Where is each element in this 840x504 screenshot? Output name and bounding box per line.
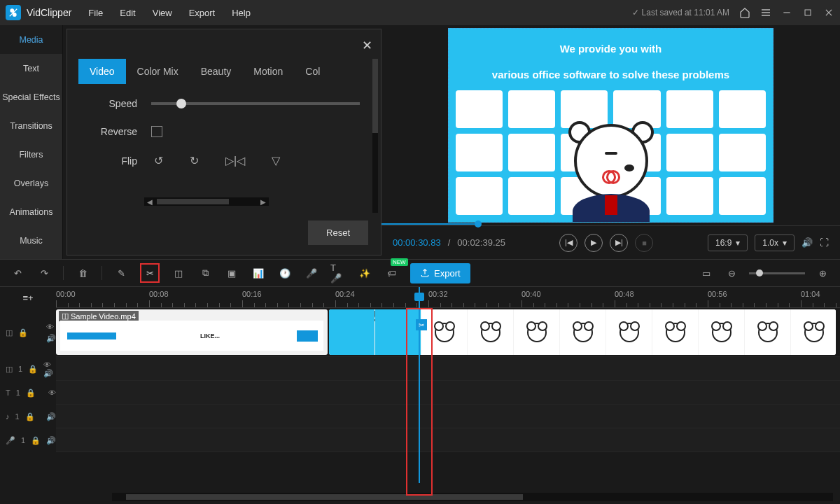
sidebar-item-filters[interactable]: Filters <box>0 140 62 169</box>
undo-icon[interactable]: ↶ <box>10 265 25 281</box>
tts-icon[interactable]: T🎤 <box>330 265 346 281</box>
copy-icon[interactable]: ⧉ <box>197 265 213 281</box>
split-button[interactable]: ✂ <box>140 263 160 283</box>
bear-mascot <box>559 124 664 223</box>
next-frame-button[interactable]: ▶| <box>610 234 628 252</box>
aspect-ratio-select[interactable]: 16:9▾ <box>708 234 748 251</box>
redo-icon[interactable]: ↷ <box>36 265 52 281</box>
menu-edit[interactable]: Edit <box>120 8 135 18</box>
preview-controls: 00:00:30.83 / 00:02:39.25 |◀ ▶ ▶| ■ 16:9… <box>382 225 840 259</box>
speed-label: Speed <box>88 98 151 109</box>
sidebar-item-overlays[interactable]: Overlays <box>0 169 62 197</box>
overlay-track-head[interactable]: ◫ 1 🔒👁 🔊 <box>0 357 56 381</box>
menu-file[interactable]: File <box>88 8 103 18</box>
tab-color-mix[interactable]: Color Mix <box>126 59 190 84</box>
chart-icon[interactable]: 📊 <box>251 265 266 281</box>
delete-icon[interactable]: 🗑 <box>75 265 90 281</box>
sidebar-item-transitions[interactable]: Transitions <box>0 111 62 140</box>
overlay-track[interactable] <box>56 357 840 381</box>
panel-tabs: Video Color Mix Beauty Motion Col <box>78 59 370 84</box>
properties-panel: ✕ Video Color Mix Beauty Motion Col Spee… <box>66 29 382 255</box>
preview-headline-1: We provide you with <box>449 43 773 55</box>
audio-track[interactable] <box>56 405 840 428</box>
svg-rect-0 <box>805 10 811 15</box>
preview-pane: We provide you with various office softw… <box>382 25 840 259</box>
pip-icon[interactable]: ▣ <box>224 265 239 281</box>
sidebar-item-music[interactable]: Music <box>0 226 62 255</box>
panel-horizontal-scrollbar[interactable]: ◀▶ <box>144 197 269 206</box>
preview-progress[interactable] <box>382 223 478 225</box>
lock-icon[interactable]: 🔒 <box>18 328 28 337</box>
video-track-head[interactable]: ◫ 🔒 👁🔊 <box>0 308 56 357</box>
timeline: ≡+ ◫ 🔒 👁🔊 ◫ 1 🔒👁 🔊 T 1 🔒👁 ♪ 1 🔒🔊 🎤 1 🔒🔊 … <box>0 287 840 504</box>
tab-beauty[interactable]: Beauty <box>190 59 243 84</box>
clip-1[interactable]: ◫ Sample Video.mp4 LIKE... <box>56 309 328 355</box>
voice-track[interactable] <box>56 428 840 452</box>
safe-zone-icon[interactable]: ▭ <box>699 265 714 281</box>
sidebar-item-media[interactable]: Media <box>0 25 62 54</box>
flip-vertical-icon[interactable]: ▽ <box>272 154 280 167</box>
split-marker-icon[interactable]: ✂ <box>416 319 427 330</box>
time-total: 00:02:39.25 <box>457 237 505 248</box>
sidebar-item-special-effects[interactable]: Special Effects <box>0 83 62 111</box>
crop-icon[interactable]: ◫ <box>171 265 186 281</box>
play-button[interactable]: ▶ <box>584 234 603 252</box>
maximize-icon[interactable] <box>802 7 813 18</box>
mute-icon[interactable]: 🔊 <box>46 334 56 343</box>
reset-button[interactable]: Reset <box>308 220 368 245</box>
eye-icon[interactable]: 👁 <box>46 323 56 331</box>
zoom-out-icon[interactable]: ⊖ <box>724 265 739 281</box>
reverse-checkbox[interactable] <box>151 126 162 137</box>
last-saved: ✓ Last saved at 11:01 AM <box>632 8 729 18</box>
playback-speed-select[interactable]: 1.0x▾ <box>755 234 794 251</box>
prev-frame-button[interactable]: |◀ <box>559 234 578 252</box>
title-bar: VidClipper File Edit View Export Help ✓ … <box>0 0 840 25</box>
preview-canvas[interactable]: We provide you with various office softw… <box>448 28 774 223</box>
mic-icon[interactable]: 🎤 <box>304 265 319 281</box>
menu-export[interactable]: Export <box>189 8 216 18</box>
time-icon[interactable]: 🕐 <box>277 265 293 281</box>
preview-headline-2: various office software to solve these p… <box>449 69 773 80</box>
voice-track-head[interactable]: 🎤 1 🔒🔊 <box>0 428 56 452</box>
rotate-ccw-icon[interactable]: ↺ <box>154 154 163 167</box>
time-current: 00:00:30.83 <box>393 237 441 248</box>
reverse-label: Reverse <box>88 126 151 137</box>
sidebar-item-animations[interactable]: Animations <box>0 197 62 226</box>
close-icon[interactable] <box>823 7 834 18</box>
fullscreen-icon[interactable]: ⛶ <box>820 237 829 248</box>
edit-icon[interactable]: ✎ <box>113 265 129 281</box>
zoom-in-icon[interactable]: ⊕ <box>815 265 830 281</box>
playhead[interactable] <box>419 287 420 483</box>
add-track-button[interactable]: ≡+ <box>0 287 56 308</box>
hamburger-icon[interactable] <box>760 7 771 18</box>
clip-2[interactable]: ◫ Sample Video.mp4 <box>329 309 836 355</box>
minimize-icon[interactable] <box>781 7 792 18</box>
flip-horizontal-icon[interactable]: ▷|◁ <box>225 154 245 167</box>
audio-track-head[interactable]: ♪ 1 🔒🔊 <box>0 405 56 428</box>
main-menu: File Edit View Export Help <box>88 8 251 18</box>
panel-vertical-scrollbar[interactable] <box>372 59 378 213</box>
menu-view[interactable]: View <box>153 8 172 18</box>
volume-icon[interactable]: 🔊 <box>802 237 813 248</box>
panel-close-icon[interactable]: ✕ <box>362 38 372 53</box>
video-track[interactable]: ◫ Sample Video.mp4 LIKE... ◫ Sample Vide… <box>56 308 840 357</box>
export-button[interactable]: Export <box>410 263 470 284</box>
text-track-head[interactable]: T 1 🔒👁 <box>0 381 56 405</box>
tag-icon[interactable]: 🏷 <box>384 265 399 281</box>
text-track[interactable] <box>56 381 840 405</box>
stop-button[interactable]: ■ <box>635 234 653 252</box>
timeline-toolbar: ↶ ↷ 🗑 ✎ ✂ ◫ ⧉ ▣ 📊 🕐 🎤 T🎤 ✨ 🏷 Export ▭ ⊖ … <box>0 259 840 287</box>
tab-motion[interactable]: Motion <box>242 59 294 84</box>
timeline-ruler[interactable]: 00:0000:0800:1600:2400:3200:4000:4800:56… <box>56 287 840 308</box>
effects-icon[interactable]: ✨ <box>357 265 372 281</box>
sidebar-item-text[interactable]: Text <box>0 54 62 83</box>
zoom-slider[interactable] <box>749 272 805 274</box>
menu-help[interactable]: Help <box>232 8 251 18</box>
tab-video[interactable]: Video <box>78 59 126 84</box>
speed-slider[interactable] <box>151 102 360 105</box>
tab-col[interactable]: Col <box>294 59 331 84</box>
home-icon[interactable] <box>739 7 750 18</box>
video-track-icon: ◫ <box>6 328 13 337</box>
rotate-cw-icon[interactable]: ↻ <box>190 154 199 167</box>
timeline-scrollbar[interactable] <box>112 493 833 501</box>
